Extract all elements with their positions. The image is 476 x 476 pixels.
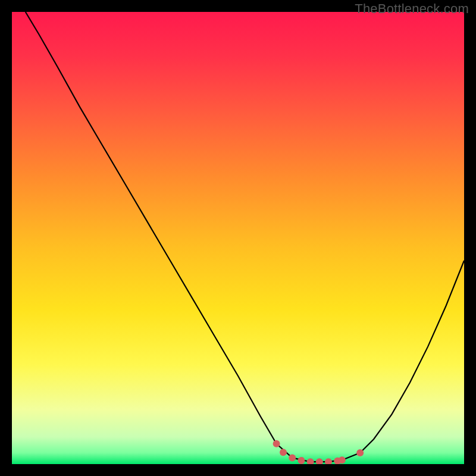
data-marker — [280, 449, 287, 456]
data-marker — [273, 440, 280, 447]
data-marker — [339, 456, 346, 464]
data-marker — [289, 454, 296, 461]
plot-area — [12, 12, 464, 464]
chart-container: TheBottleneck.com — [0, 0, 476, 476]
data-marker — [298, 457, 305, 464]
chart-svg — [12, 12, 464, 464]
data-marker — [356, 449, 364, 456]
gradient-background — [12, 12, 464, 464]
watermark-text: TheBottleneck.com — [355, 1, 469, 17]
